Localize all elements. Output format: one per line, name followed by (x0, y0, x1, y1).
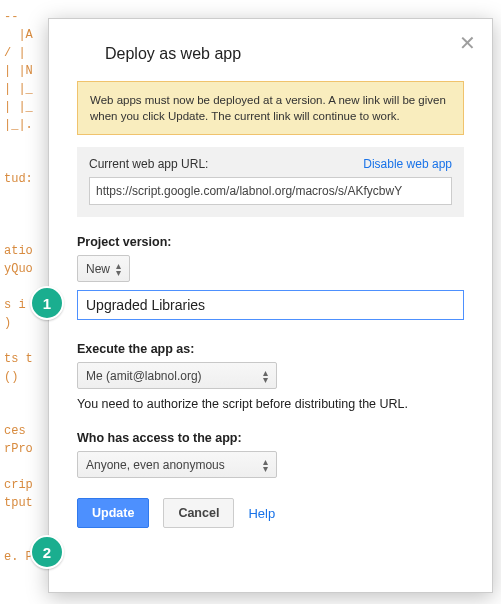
access-label: Who has access to the app: (77, 431, 464, 445)
execute-as-value: Me (amit@labnol.org) (86, 369, 202, 383)
access-value: Anyone, even anonymous (86, 458, 225, 472)
version-select[interactable]: New ▴▾ (77, 255, 130, 282)
version-select-value: New (86, 262, 110, 276)
chevron-updown-icon: ▴▾ (116, 262, 121, 276)
project-version-label: Project version: (77, 235, 464, 249)
version-notice: Web apps must now be deployed at a versi… (77, 81, 464, 135)
execute-as-section: Execute the app as: Me (amit@labnol.org)… (77, 342, 464, 411)
current-url-input[interactable] (89, 177, 452, 205)
project-version-section: Project version: New ▴▾ (77, 235, 464, 342)
disable-web-app-link[interactable]: Disable web app (363, 157, 452, 171)
cancel-button[interactable]: Cancel (163, 498, 234, 528)
dialog-buttons: Update Cancel Help (77, 498, 464, 528)
version-description-input[interactable] (77, 290, 464, 320)
access-section: Who has access to the app: Anyone, even … (77, 431, 464, 478)
authorize-note: You need to authorize the script before … (77, 397, 464, 411)
step-badge-1: 1 (30, 286, 64, 320)
chevron-updown-icon: ▴▾ (263, 458, 268, 472)
step-badge-2: 2 (30, 535, 64, 569)
execute-as-select[interactable]: Me (amit@labnol.org) ▴▾ (77, 362, 277, 389)
help-link[interactable]: Help (248, 506, 275, 521)
deploy-dialog: ✕ Deploy as web app Web apps must now be… (48, 18, 493, 593)
execute-as-label: Execute the app as: (77, 342, 464, 356)
url-section: Current web app URL: Disable web app (77, 147, 464, 217)
chevron-updown-icon: ▴▾ (263, 369, 268, 383)
update-button[interactable]: Update (77, 498, 149, 528)
access-select[interactable]: Anyone, even anonymous ▴▾ (77, 451, 277, 478)
close-icon[interactable]: ✕ (459, 33, 476, 53)
dialog-title: Deploy as web app (105, 45, 464, 63)
